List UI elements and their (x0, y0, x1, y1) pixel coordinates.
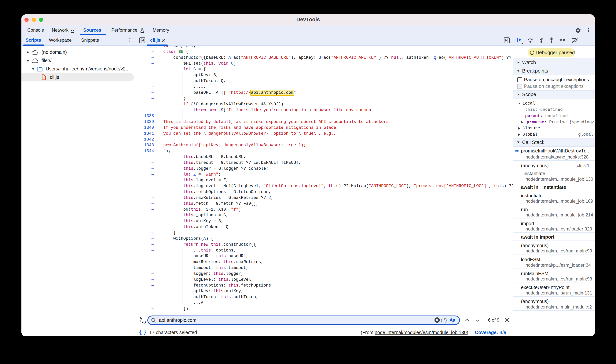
svg-text:B: B (143, 320, 146, 324)
svg-text:A: A (140, 316, 142, 320)
